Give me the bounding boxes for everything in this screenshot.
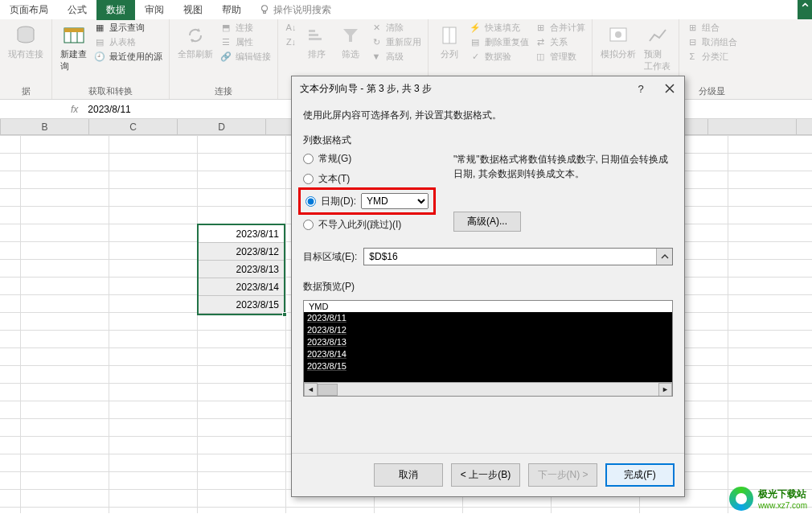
cell[interactable]: 2023/8/13 [199, 261, 284, 278]
watermark-logo-icon [729, 487, 753, 511]
lightbulb-icon [259, 4, 270, 15]
target-input-wrapper [363, 248, 673, 265]
dialog-buttons: 取消 < 上一步(B) 下一步(N) > 完成(F) [292, 453, 684, 496]
forecast-button[interactable]: 预测 工作表 [642, 21, 672, 74]
properties-button[interactable]: ☰属性 [219, 35, 271, 48]
preview-scrollbar[interactable]: ◄ ► [304, 382, 672, 396]
edit-links-button[interactable]: 🔗编辑链接 [219, 50, 271, 63]
ribbon-group-get-transform: 新建查 询 ▦显示查询 ▤从表格 🕘最近使用的源 获取和转换 [52, 19, 170, 99]
cell[interactable]: 2023/8/11 [199, 225, 284, 243]
date-format-select[interactable]: YMD [361, 193, 429, 209]
table-icon: ▤ [93, 35, 106, 48]
col-header[interactable]: D [178, 119, 266, 134]
recent-sources-button[interactable]: 🕘最近使用的源 [93, 50, 162, 63]
target-input[interactable] [364, 249, 656, 265]
connections-button[interactable]: ⬒连接 [219, 21, 271, 34]
data-model-button[interactable]: ◫管理数 [534, 50, 585, 63]
sort-icon [304, 23, 330, 48]
data-preview: YMD 2023/8/11 2023/8/12 2023/8/13 2023/8… [303, 300, 673, 397]
close-button[interactable] [655, 76, 684, 101]
group-label: 连接 [215, 84, 232, 99]
ribbon-group-outline: ⊞组合 ⊟取消组合 Σ分类汇 分级显 [679, 19, 744, 99]
format-help-text: "常规"数据格式将数值转换成数字, 日期值会转换成日期, 其余数据则转换成文本。 [453, 152, 673, 200]
consolidate-button[interactable]: ⊞合并计算 [534, 21, 585, 34]
fill-handle[interactable] [282, 312, 287, 317]
group-button[interactable]: ⊞组合 [686, 21, 737, 34]
refresh-icon [182, 23, 208, 48]
advanced-icon: ▼ [370, 50, 383, 63]
cancel-button[interactable]: 取消 [374, 463, 443, 487]
subtotal-button[interactable]: Σ分类汇 [686, 50, 737, 63]
new-query-button[interactable]: 新建查 询 [59, 21, 88, 74]
radio-general[interactable]: 常规(G) [303, 152, 431, 166]
tab-view[interactable]: 视图 [174, 0, 212, 20]
relationships-button[interactable]: ⇄关系 [534, 35, 585, 48]
refresh-all-button[interactable]: 全部刷新 [176, 21, 215, 62]
sort-az-button[interactable]: A↓ [285, 21, 297, 34]
col-header[interactable] [708, 119, 797, 134]
scroll-left-button[interactable]: ◄ [304, 383, 318, 397]
window-expand-icon[interactable]: ⌃ [798, 0, 812, 19]
help-button[interactable]: ? [626, 76, 655, 101]
col-header[interactable]: B [1, 119, 89, 134]
existing-connections-button[interactable]: 现有连接 [6, 21, 45, 62]
tell-me-search[interactable]: 操作说明搜索 [251, 3, 339, 17]
preview-row: 2023/8/13 [307, 336, 669, 348]
whatif-button[interactable]: 模拟分析 [599, 21, 638, 62]
from-table-button[interactable]: ▤从表格 [93, 35, 162, 48]
group-icon: ⊞ [686, 21, 699, 34]
scroll-thumb[interactable] [318, 384, 338, 396]
forecast-icon [645, 23, 671, 48]
model-icon: ◫ [534, 50, 547, 63]
dup-icon: ▤ [469, 35, 482, 48]
advanced-filter-button[interactable]: ▼高级 [370, 50, 421, 63]
tab-data[interactable]: 数据 [96, 0, 135, 20]
selected-range: 2023/8/11 2023/8/12 2023/8/13 2023/8/14 … [197, 224, 285, 315]
sort-za-button[interactable]: Z↓ [285, 35, 297, 48]
svg-rect-7 [309, 30, 315, 32]
remove-duplicates-button[interactable]: ▤删除重复值 [469, 35, 529, 48]
svg-rect-1 [264, 11, 266, 14]
radio-date[interactable]: 日期(D): YMD [306, 193, 429, 209]
cell[interactable]: 2023/8/12 [199, 243, 284, 261]
show-queries-button[interactable]: ▦显示查询 [93, 21, 162, 34]
data-validation-button[interactable]: ✓数据验 [469, 50, 529, 63]
watermark: 极光下载站 www.xz7.com [729, 487, 807, 511]
sort-button[interactable]: 排序 [302, 21, 331, 62]
tab-formulas[interactable]: 公式 [58, 0, 96, 20]
scroll-right-button[interactable]: ► [658, 383, 672, 397]
filter-button[interactable]: 筛选 [336, 21, 365, 62]
ribbon-tabs: 页面布局 公式 数据 审阅 视图 帮助 操作说明搜索 [0, 0, 812, 19]
ungroup-button[interactable]: ⊟取消组合 [686, 35, 737, 48]
preview-row: 2023/8/11 [307, 312, 669, 324]
radio-skip[interactable]: 不导入此列(跳过)(I) [303, 218, 431, 232]
format-label: 列数据格式 [303, 134, 673, 147]
cell[interactable]: 2023/8/14 [199, 278, 284, 296]
col-header[interactable]: J [797, 119, 812, 134]
finish-button[interactable]: 完成(F) [605, 463, 675, 487]
back-button[interactable]: < 上一步(B) [451, 463, 520, 487]
group-label: 分级显 [699, 84, 725, 99]
whatif-icon [605, 23, 631, 48]
advanced-button[interactable]: 高级(A)... [453, 212, 521, 232]
link-icon: ⬒ [219, 21, 232, 34]
col-header[interactable]: C [89, 119, 178, 134]
flash-fill-button[interactable]: ⚡快速填充 [469, 21, 529, 34]
reapply-icon: ↻ [370, 35, 383, 48]
clear-icon: ✕ [370, 21, 383, 34]
cell[interactable]: 2023/8/15 [199, 296, 284, 314]
tab-layout[interactable]: 页面布局 [0, 0, 58, 20]
highlight-annotation: 日期(D): YMD [298, 187, 436, 215]
dialog-titlebar: 文本分列向导 - 第 3 步, 共 3 步 ? [292, 76, 684, 101]
fx-icon[interactable]: fx [64, 104, 84, 115]
svg-rect-8 [309, 34, 318, 36]
clear-filter-button[interactable]: ✕清除 [370, 21, 421, 34]
tab-help[interactable]: 帮助 [212, 0, 251, 20]
range-picker-button[interactable] [656, 249, 672, 265]
reapply-button[interactable]: ↻重新应用 [370, 35, 421, 48]
text-to-columns-button[interactable]: 分列 [435, 21, 464, 62]
tab-review[interactable]: 审阅 [135, 0, 174, 20]
radio-text[interactable]: 文本(T) [303, 172, 431, 186]
relation-icon: ⇄ [534, 35, 547, 48]
edit-icon: 🔗 [219, 50, 232, 63]
